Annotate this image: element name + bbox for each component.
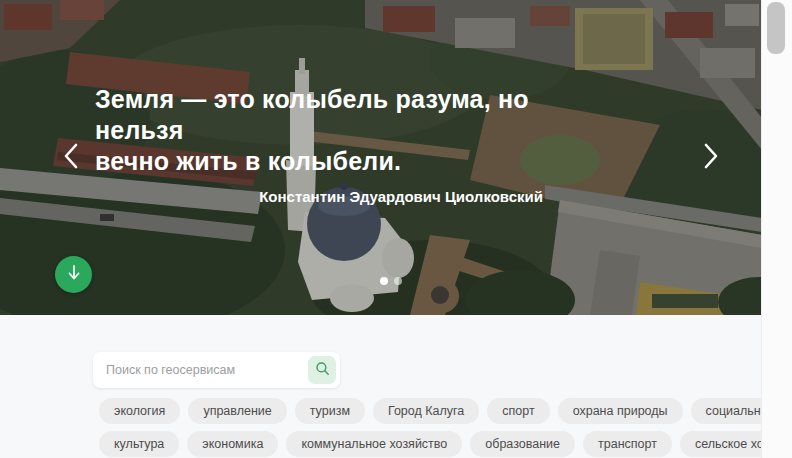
carousel-dot-2[interactable] <box>394 277 402 285</box>
tag-chip-communal-services[interactable]: коммунальное хозяйство <box>286 431 462 457</box>
geoservices-section: экология управление туризм Город Калуга … <box>0 315 762 458</box>
tag-chip-city-kaluga[interactable]: Город Калуга <box>373 398 479 424</box>
tag-chip-culture[interactable]: культура <box>99 431 179 457</box>
scrollbar[interactable] <box>761 0 792 458</box>
tag-chip-sport[interactable]: спорт <box>487 398 549 424</box>
tag-chip-economy[interactable]: экономика <box>187 431 278 457</box>
tag-chip-transport[interactable]: транспорт <box>583 431 672 457</box>
tag-chip-tourism[interactable]: туризм <box>295 398 365 424</box>
tag-chip-education[interactable]: образование <box>470 431 575 457</box>
carousel-prev-button[interactable] <box>58 139 84 175</box>
hero-quote: Земля — это колыбель разума, но нельзя в… <box>95 84 543 205</box>
page: Земля — это колыбель разума, но нельзя в… <box>0 0 792 458</box>
tag-chip-nature-protection[interactable]: охрана природы <box>558 398 683 424</box>
arrow-down-icon <box>66 264 82 285</box>
search-input[interactable] <box>93 363 308 377</box>
carousel-dots <box>380 277 402 285</box>
chevron-left-icon <box>62 141 80 174</box>
chevron-right-icon <box>702 141 720 174</box>
carousel-dot-1[interactable] <box>380 277 388 285</box>
tag-chip-ecology[interactable]: экология <box>99 398 180 424</box>
tags-row-1: экология управление туризм Город Калуга … <box>99 398 792 424</box>
quote-author: Константин Эдуардович Циолковский <box>95 188 543 205</box>
carousel-next-button[interactable] <box>698 139 724 175</box>
search-icon <box>315 361 330 379</box>
quote-line-2: вечно жить в колыбели. <box>95 146 543 177</box>
geoservices-search-bar <box>93 352 340 388</box>
tag-chip-management[interactable]: управление <box>188 398 286 424</box>
scrollbar-thumb[interactable] <box>767 2 785 54</box>
tags-row-2: культура экономика коммунальное хозяйств… <box>99 431 792 457</box>
search-button[interactable] <box>308 356 336 384</box>
scroll-down-button[interactable] <box>55 256 92 293</box>
hero-carousel: Земля — это колыбель разума, но нельзя в… <box>0 0 762 315</box>
quote-line-1: Земля — это колыбель разума, но нельзя <box>95 84 543 146</box>
